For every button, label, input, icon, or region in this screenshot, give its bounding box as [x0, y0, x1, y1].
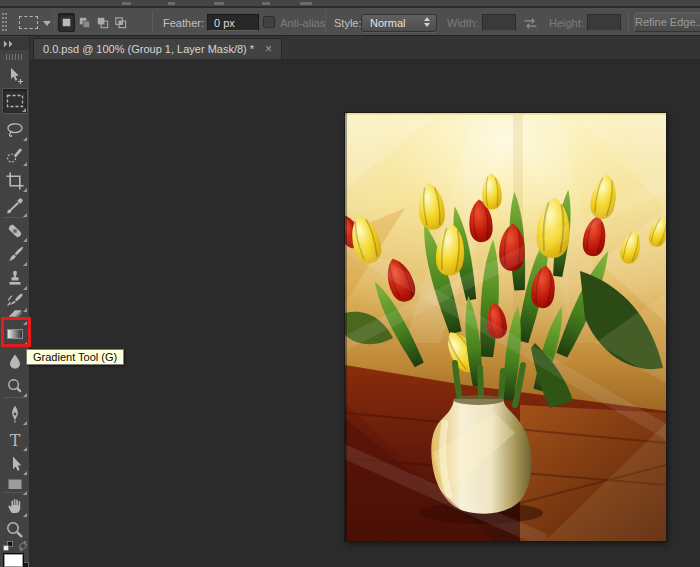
separator — [325, 11, 326, 32]
type-tool-glyph: T — [10, 431, 21, 450]
toolbar-divider — [4, 492, 26, 493]
subtract-from-selection-icon — [95, 15, 110, 30]
toolbar-divider — [4, 217, 26, 218]
spot-healing-brush-tool[interactable] — [2, 219, 28, 243]
anti-alias-checkbox[interactable] — [263, 16, 275, 28]
style-select[interactable]: Normal — [361, 14, 437, 32]
quick-selection-tool[interactable] — [2, 143, 28, 167]
default-colors-icon[interactable] — [2, 540, 14, 552]
clone-stamp-tool[interactable] — [2, 267, 28, 291]
separator — [152, 11, 153, 32]
height-input[interactable] — [587, 14, 621, 31]
width-label: Width: — [447, 17, 478, 29]
width-input[interactable] — [482, 14, 516, 31]
gradient-tool-tooltip: Gradient Tool (G) — [26, 349, 124, 365]
separator — [54, 11, 55, 32]
document-image[interactable] — [345, 113, 666, 541]
menu-bar-sliver — [0, 0, 700, 7]
intersect-selection-button[interactable] — [112, 13, 129, 32]
refine-edge-button[interactable]: Refine Edge... — [634, 12, 700, 32]
crop-tool[interactable] — [2, 169, 28, 193]
rectangular-marquee-tool[interactable] — [2, 88, 28, 114]
tool-preset-caret-icon[interactable] — [43, 21, 51, 26]
feather-label: Feather: — [163, 17, 204, 29]
foreground-color-swatch[interactable] — [3, 553, 24, 567]
canvas-area[interactable] — [30, 59, 700, 567]
subtract-from-selection-button[interactable] — [94, 13, 111, 32]
style-label: Style: — [334, 17, 362, 29]
style-select-value: Normal — [370, 17, 405, 29]
style-select-caret-icon — [424, 17, 430, 27]
anti-alias-label: Anti-alias — [280, 17, 325, 29]
height-label: Height: — [549, 17, 584, 29]
type-tool[interactable]: T — [2, 428, 28, 452]
zoom-tool[interactable] — [2, 518, 28, 542]
toolbar-divider — [4, 397, 26, 398]
hand-tool[interactable] — [2, 494, 28, 518]
tab-close-icon[interactable]: × — [265, 44, 272, 54]
eyedropper-tool[interactable] — [2, 194, 28, 218]
options-bar: Feather: Anti-alias Style: Normal Width:… — [0, 8, 700, 36]
add-to-selection-button[interactable] — [76, 13, 93, 32]
tulips-photo — [345, 113, 666, 541]
document-tab-title: 0.0.psd @ 100% (Group 1, Layer Mask/8) * — [43, 43, 254, 55]
document-tab[interactable]: 0.0.psd @ 100% (Group 1, Layer Mask/8) *… — [33, 38, 282, 59]
tab-bar: 0.0.psd @ 100% (Group 1, Layer Mask/8) *… — [30, 36, 700, 59]
lasso-tool[interactable] — [2, 118, 28, 142]
options-bar-grip2 — [5, 13, 7, 31]
move-tool[interactable] — [2, 64, 28, 88]
separator — [628, 11, 629, 32]
toolbar-grip[interactable] — [6, 54, 23, 60]
intersect-selection-icon — [113, 15, 128, 30]
dodge-tool[interactable] — [2, 374, 28, 398]
gradient-tool-highlight — [1, 317, 31, 347]
double-arrow-icon — [3, 39, 15, 49]
toolbar-collapse-button[interactable] — [0, 37, 29, 50]
new-selection-icon — [59, 15, 74, 30]
feather-input[interactable] — [207, 14, 259, 31]
toolbar: T — [0, 36, 30, 567]
tool-preset-marquee-icon[interactable] — [19, 16, 38, 29]
pen-tool[interactable] — [2, 402, 28, 426]
blur-tool[interactable] — [2, 350, 28, 374]
swap-colors-icon[interactable] — [17, 540, 29, 552]
swap-dimensions-icon[interactable] — [522, 17, 539, 30]
brush-tool[interactable] — [2, 243, 28, 267]
options-bar-grip[interactable] — [2, 13, 4, 31]
new-selection-button[interactable] — [58, 13, 75, 32]
add-to-selection-icon — [77, 15, 92, 30]
